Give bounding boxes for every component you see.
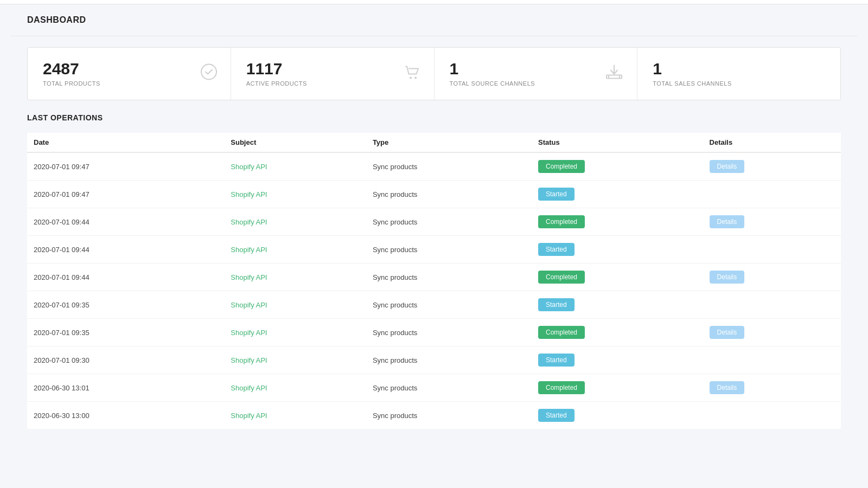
cell-status: Completed	[532, 264, 703, 291]
source-channels-label: TOTAL SOURCE CHANNELS	[450, 80, 622, 87]
subject-link[interactable]: Shopify API	[231, 163, 267, 171]
subject-link[interactable]: Shopify API	[231, 246, 267, 254]
subject-link[interactable]: Shopify API	[231, 190, 267, 198]
cell-date: 2020-07-01 09:35	[27, 291, 224, 319]
svg-point-1	[410, 77, 412, 79]
cell-status: Completed	[532, 152, 703, 181]
cell-details: Details	[703, 319, 841, 346]
cell-date: 2020-06-30 13:01	[27, 374, 224, 402]
cell-details	[703, 402, 841, 429]
stat-card-total-products: 2487 TOTAL PRODUCTS	[28, 48, 231, 100]
status-badge[interactable]: Started	[538, 298, 575, 311]
cell-status: Started	[532, 402, 703, 429]
page-title: DASHBOARD	[27, 15, 841, 25]
cell-status: Started	[532, 236, 703, 264]
cell-subject[interactable]: Shopify API	[224, 374, 366, 402]
cell-date: 2020-07-01 09:44	[27, 208, 224, 236]
cell-type: Sync products	[366, 374, 532, 402]
status-badge[interactable]: Completed	[538, 326, 585, 339]
svg-point-2	[414, 77, 417, 79]
cell-status: Completed	[532, 319, 703, 346]
stat-card-source-channels: 1 TOTAL SOURCE CHANNELS	[435, 48, 638, 100]
details-button[interactable]: Details	[710, 215, 745, 228]
status-badge[interactable]: Completed	[538, 160, 585, 173]
status-badge[interactable]: Completed	[538, 215, 585, 228]
cell-status: Completed	[532, 208, 703, 236]
cell-details: Details	[703, 152, 841, 181]
table-row: 2020-07-01 09:47Shopify APISync products…	[27, 181, 841, 208]
status-badge[interactable]: Started	[538, 409, 575, 422]
active-products-number: 1117	[246, 61, 419, 77]
cell-details	[703, 346, 841, 374]
status-badge[interactable]: Completed	[538, 381, 585, 394]
cell-details	[703, 181, 841, 208]
stats-row: 2487 TOTAL PRODUCTS 1117 ACTIVE PRODUCTS	[27, 47, 841, 100]
status-badge[interactable]: Started	[538, 354, 575, 367]
table-row: 2020-07-01 09:44Shopify APISync products…	[27, 236, 841, 264]
cell-type: Sync products	[366, 181, 532, 208]
cell-type: Sync products	[366, 264, 532, 291]
cell-subject[interactable]: Shopify API	[224, 402, 366, 429]
details-button[interactable]: Details	[710, 381, 745, 394]
subject-link[interactable]: Shopify API	[231, 412, 267, 420]
col-header-status: Status	[532, 133, 703, 152]
cell-subject[interactable]: Shopify API	[224, 264, 366, 291]
cell-subject[interactable]: Shopify API	[224, 208, 366, 236]
cell-subject[interactable]: Shopify API	[224, 181, 366, 208]
cell-status: Started	[532, 291, 703, 319]
col-header-date: Date	[27, 133, 224, 152]
subject-link[interactable]: Shopify API	[231, 329, 267, 337]
cell-details: Details	[703, 208, 841, 236]
cell-date: 2020-07-01 09:35	[27, 319, 224, 346]
subject-link[interactable]: Shopify API	[231, 301, 267, 309]
table-row: 2020-07-01 09:44Shopify APISync products…	[27, 264, 841, 291]
cell-details	[703, 236, 841, 264]
col-header-subject: Subject	[224, 133, 366, 152]
cell-date: 2020-07-01 09:44	[27, 236, 224, 264]
status-badge[interactable]: Started	[538, 188, 575, 201]
active-products-label: ACTIVE PRODUCTS	[246, 80, 419, 87]
details-button[interactable]: Details	[710, 326, 745, 339]
subject-link[interactable]: Shopify API	[231, 218, 267, 226]
table-row: 2020-06-30 13:01Shopify APISync products…	[27, 374, 841, 402]
table-row: 2020-07-01 09:44Shopify APISync products…	[27, 208, 841, 236]
cell-type: Sync products	[366, 208, 532, 236]
cell-status: Completed	[532, 374, 703, 402]
cell-subject[interactable]: Shopify API	[224, 236, 366, 264]
subject-link[interactable]: Shopify API	[231, 384, 267, 392]
cell-subject[interactable]: Shopify API	[224, 346, 366, 374]
cell-type: Sync products	[366, 402, 532, 429]
subject-link[interactable]: Shopify API	[231, 273, 267, 281]
cell-subject[interactable]: Shopify API	[224, 291, 366, 319]
download-icon	[604, 63, 624, 85]
table-row: 2020-07-01 09:47Shopify APISync products…	[27, 152, 841, 181]
status-badge[interactable]: Completed	[538, 271, 585, 284]
cell-date: 2020-07-01 09:47	[27, 181, 224, 208]
cell-status: Started	[532, 346, 703, 374]
cell-subject[interactable]: Shopify API	[224, 152, 366, 181]
total-products-number: 2487	[43, 61, 215, 77]
table-row: 2020-07-01 09:30Shopify APISync products…	[27, 346, 841, 374]
details-button[interactable]: Details	[710, 160, 745, 173]
cell-type: Sync products	[366, 319, 532, 346]
col-header-details: Details	[703, 133, 841, 152]
source-channels-number: 1	[450, 61, 622, 77]
subject-link[interactable]: Shopify API	[231, 356, 267, 364]
table-header-row: Date Subject Type Status Details	[27, 133, 841, 152]
section-title: LAST OPERATIONS	[27, 113, 841, 122]
cell-type: Sync products	[366, 346, 532, 374]
last-operations-section: LAST OPERATIONS Date Subject Type Status…	[27, 113, 841, 429]
cell-date: 2020-07-01 09:44	[27, 264, 224, 291]
table-row: 2020-07-01 09:35Shopify APISync products…	[27, 319, 841, 346]
status-badge[interactable]: Started	[538, 243, 575, 256]
cell-type: Sync products	[366, 291, 532, 319]
cell-date: 2020-06-30 13:00	[27, 402, 224, 429]
cell-status: Started	[532, 181, 703, 208]
cell-details: Details	[703, 374, 841, 402]
sales-channels-label: TOTAL SALES CHANNELS	[653, 80, 825, 87]
check-circle-icon	[200, 63, 218, 85]
table-row: 2020-06-30 13:00Shopify APISync products…	[27, 402, 841, 429]
details-button[interactable]: Details	[710, 271, 745, 284]
cell-subject[interactable]: Shopify API	[224, 319, 366, 346]
operations-table: Date Subject Type Status Details 2020-07…	[27, 133, 841, 429]
